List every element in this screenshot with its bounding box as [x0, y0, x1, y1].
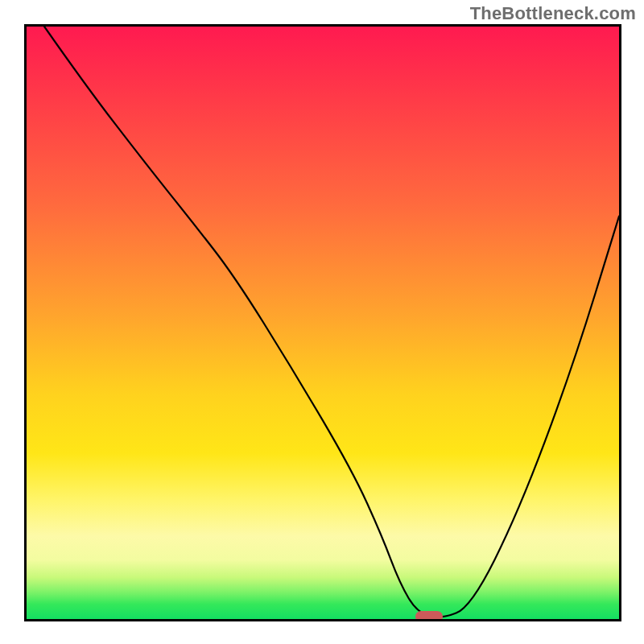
curve-svg: [27, 27, 619, 619]
chart-container: TheBottleneck.com: [0, 0, 644, 644]
optimal-marker: [415, 611, 443, 621]
watermark-text: TheBottleneck.com: [470, 3, 636, 24]
bottleneck-curve-path: [44, 27, 619, 617]
plot-area: [24, 24, 621, 621]
